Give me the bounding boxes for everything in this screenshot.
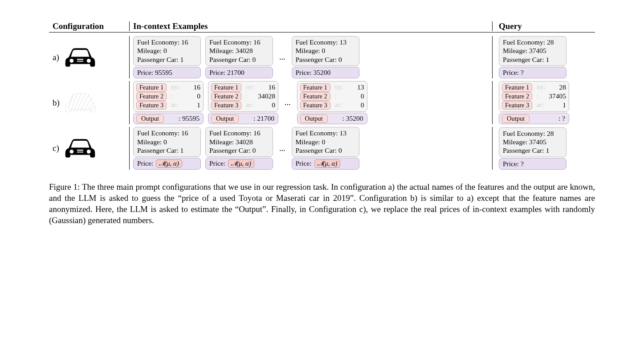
gaussian-tag: 𝒩(μ, α) [156,159,182,168]
svg-point-13 [87,150,91,154]
example-c-3: Fuel Economy: 13 Mileage: 0 Passenger Ca… [292,127,359,170]
row-b-label: b) [53,98,60,108]
row-b: b) Feature 1ny:16 Feature 2:0 Feature 3a… [49,81,595,124]
header-examples: In-context Examples [129,21,493,31]
svg-point-1 [87,59,91,63]
car-icon [64,44,97,71]
figure-caption: Figure 1: The three main prompt configur… [49,181,595,226]
row-c-label: c) [53,143,59,153]
table-header: Configuration In-context Examples Query [49,21,595,33]
query-a: Fuel Economy: 28 Mileage: 37405 Passenge… [499,36,567,78]
example-b-3: Feature 1ny:13 Feature 2:0 Feature 3ar:0… [297,81,367,124]
price-gaussian-box: Price: 𝒩(μ, α) [133,158,201,170]
header-query: Query [493,21,595,31]
anon-output-box: Output: 95595 [133,113,204,124]
ellipsis: ... [277,53,287,62]
svg-rect-14 [77,150,83,151]
svg-line-9 [83,97,93,111]
example-a-1: Fuel Economy: 16 Mileage: 0 Passenger Ca… [133,36,201,78]
svg-point-0 [69,59,73,63]
svg-rect-2 [77,59,83,60]
car-icon [64,135,97,162]
query-c: Fuel Economy: 28 Mileage: 37405 Passenge… [499,127,567,170]
figure-container: Configuration In-context Examples Query … [49,21,595,226]
row-c: c) Fuel Economy: 16 Mileage: 0 Passenger… [49,127,595,170]
example-c-2: Fuel Economy: 16 Mileage: 34028 Passenge… [205,127,273,170]
svg-line-7 [77,94,85,111]
svg-rect-3 [77,61,83,61]
svg-line-6 [73,94,82,111]
svg-line-5 [71,94,77,110]
car-sketch-icon [64,90,97,116]
example-a-3: Fuel Economy: 13 Mileage: 0 Passenger Ca… [292,36,359,78]
example-a-2: Fuel Economy: 16 Mileage: 34028 Passenge… [205,36,273,78]
query-b: Feature 1ny:28 Feature 2:37405 Feature 3… [499,81,569,124]
row-a: a) Fuel Economy: 16 Mileage: 0 Passenger… [49,36,595,78]
example-c-1: Fuel Economy: 16 Mileage: 0 Passenger Ca… [133,127,201,170]
ellipsis: ... [277,144,287,153]
anon-tag: Feature 1 [136,83,167,92]
svg-line-11 [90,106,95,111]
row-a-label: a) [53,53,59,62]
svg-line-8 [80,94,89,111]
header-configuration: Configuration [49,21,129,31]
feature-box: Fuel Economy: 16 Mileage: 0 Passenger Ca… [133,36,201,66]
example-b-2: Feature 1ny:16 Feature 2:34028 Feature 3… [208,81,278,124]
price-box: Price: 95595 [133,67,201,78]
ellipsis: ... [283,98,293,107]
example-b-1: Feature 1ny:16 Feature 2:0 Feature 3ar:1… [133,81,204,124]
svg-point-12 [69,150,73,154]
svg-line-4 [68,94,73,109]
anon-feature-box: Feature 1ny:16 Feature 2:0 Feature 3ar:1 [133,81,204,112]
svg-rect-15 [77,152,83,153]
